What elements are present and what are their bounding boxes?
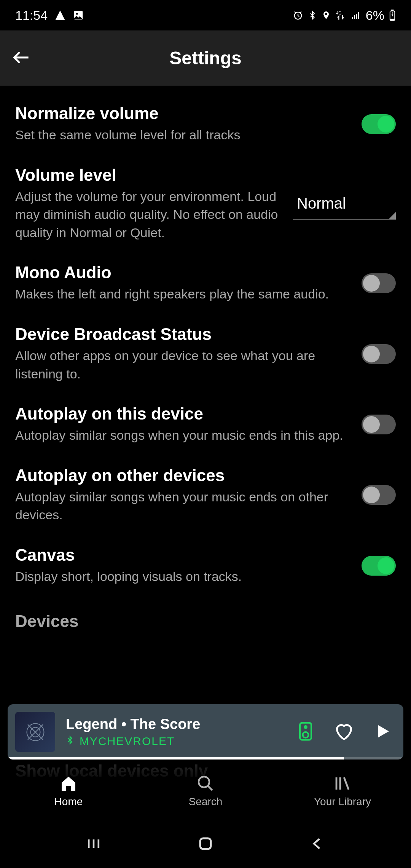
setting-title: Autoplay on this device bbox=[15, 404, 350, 423]
toggle-canvas[interactable] bbox=[362, 556, 396, 576]
setting-volume-level[interactable]: Volume level Adjust the volume for your … bbox=[15, 155, 396, 253]
play-icon[interactable] bbox=[374, 722, 392, 742]
status-bar: 11:54 4G 6% bbox=[0, 0, 411, 30]
signal-icon bbox=[350, 11, 361, 20]
toggle-device-broadcast[interactable] bbox=[362, 344, 396, 364]
playback-device: MYCHEVROLET bbox=[80, 735, 175, 748]
svg-point-15 bbox=[303, 732, 309, 737]
location-icon bbox=[322, 10, 331, 21]
setting-title: Normalize volume bbox=[15, 104, 350, 123]
progress-bar[interactable] bbox=[8, 757, 403, 760]
album-art bbox=[15, 712, 55, 752]
svg-rect-11 bbox=[390, 19, 394, 20]
status-time: 11:54 bbox=[15, 8, 48, 23]
toggle-autoplay-this-device[interactable] bbox=[362, 415, 396, 434]
svg-rect-10 bbox=[392, 10, 393, 11]
dropdown-volume-level[interactable]: Normal bbox=[293, 187, 396, 220]
back-button[interactable] bbox=[11, 47, 32, 70]
toggle-normalize-volume[interactable] bbox=[362, 114, 396, 134]
status-battery-percent: 6% bbox=[366, 8, 384, 23]
setting-canvas[interactable]: Canvas Display short, looping visuals on… bbox=[15, 535, 396, 597]
track-title-line: Legend • The Score bbox=[66, 716, 297, 732]
battery-icon bbox=[389, 10, 396, 21]
tab-label: Home bbox=[54, 796, 83, 808]
setting-desc: Autoplay similar songs when your music e… bbox=[15, 426, 350, 445]
bluetooth-small-icon bbox=[66, 735, 74, 748]
image-icon bbox=[73, 10, 84, 21]
tab-library[interactable]: Your Library bbox=[274, 761, 411, 820]
bluetooth-icon bbox=[308, 10, 317, 21]
setting-device-broadcast[interactable]: Device Broadcast Status Allow other apps… bbox=[15, 314, 396, 394]
setting-title: Volume level bbox=[15, 166, 282, 185]
svg-rect-6 bbox=[354, 15, 355, 19]
setting-autoplay-other-devices[interactable]: Autoplay on other devices Autoplay simil… bbox=[15, 455, 396, 535]
notification-icon bbox=[54, 10, 66, 21]
miniplayer[interactable]: Legend • The Score MYCHEVROLET bbox=[8, 704, 403, 760]
setting-normalize-volume[interactable]: Normalize volume Set the same volume lev… bbox=[15, 93, 396, 155]
setting-desc: Set the same volume level for all tracks bbox=[15, 126, 350, 144]
recents-button[interactable] bbox=[85, 835, 102, 854]
svg-point-17 bbox=[199, 777, 209, 787]
artist-name: The Score bbox=[131, 716, 201, 732]
svg-point-3 bbox=[325, 13, 327, 15]
setting-desc: Allow other apps on your device to see w… bbox=[15, 347, 350, 383]
tab-search[interactable]: Search bbox=[137, 761, 274, 820]
tab-label: Your Library bbox=[314, 796, 371, 808]
setting-mono-audio[interactable]: Mono Audio Makes the left and right spea… bbox=[15, 252, 396, 314]
setting-title: Device Broadcast Status bbox=[15, 325, 350, 344]
data-icon: 4G bbox=[335, 10, 346, 21]
progress-fill bbox=[8, 757, 344, 760]
system-nav bbox=[0, 820, 411, 868]
heart-icon[interactable] bbox=[333, 721, 355, 744]
setting-desc: Autoplay similar songs when your music e… bbox=[15, 488, 350, 524]
alarm-icon bbox=[293, 10, 303, 21]
svg-rect-18 bbox=[200, 838, 211, 849]
svg-rect-7 bbox=[356, 14, 357, 19]
section-devices: Devices bbox=[15, 597, 396, 635]
setting-title: Canvas bbox=[15, 546, 350, 565]
home-button[interactable] bbox=[196, 834, 215, 854]
toggle-autoplay-other-devices[interactable] bbox=[362, 485, 396, 505]
settings-list: Normalize volume Set the same volume lev… bbox=[0, 86, 411, 635]
bottom-nav: Home Search Your Library bbox=[0, 761, 411, 820]
svg-point-16 bbox=[304, 726, 307, 728]
setting-desc: Makes the left and right speakers play t… bbox=[15, 285, 350, 303]
svg-rect-5 bbox=[352, 17, 353, 19]
setting-autoplay-this-device[interactable]: Autoplay on this device Autoplay similar… bbox=[15, 394, 396, 455]
page-title: Settings bbox=[0, 48, 411, 69]
toggle-mono-audio[interactable] bbox=[362, 273, 396, 293]
svg-text:4G: 4G bbox=[336, 11, 341, 15]
tab-home[interactable]: Home bbox=[0, 761, 137, 820]
back-system-button[interactable] bbox=[309, 835, 326, 854]
devices-icon[interactable] bbox=[297, 721, 314, 744]
svg-rect-8 bbox=[358, 12, 359, 19]
setting-desc: Adjust the volume for your environment. … bbox=[15, 188, 282, 242]
track-name: Legend bbox=[66, 716, 117, 732]
header: Settings bbox=[0, 30, 411, 86]
setting-title: Mono Audio bbox=[15, 263, 350, 282]
setting-desc: Display short, looping visuals on tracks… bbox=[15, 568, 350, 586]
setting-title: Autoplay on other devices bbox=[15, 466, 350, 485]
tab-label: Search bbox=[189, 796, 223, 808]
svg-point-1 bbox=[76, 13, 78, 15]
